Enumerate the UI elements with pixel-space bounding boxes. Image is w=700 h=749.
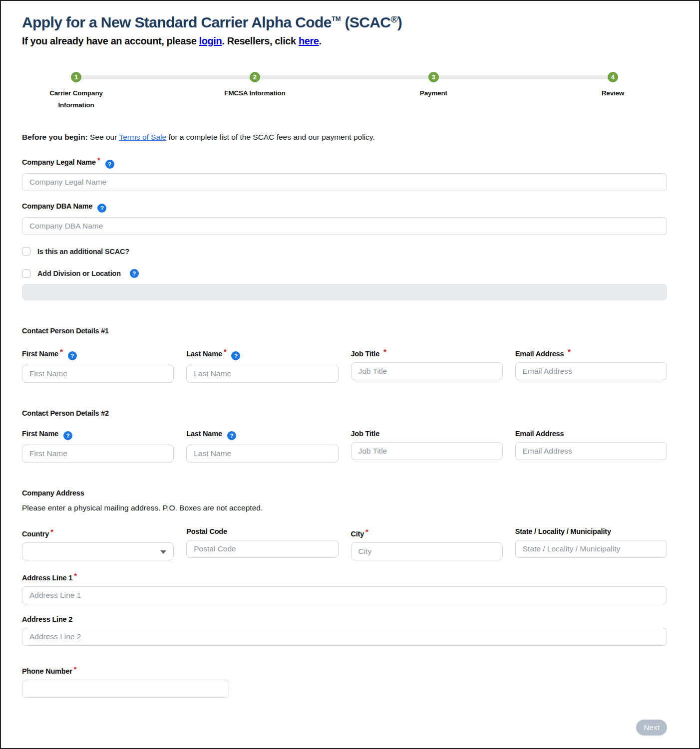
country-select[interactable] xyxy=(22,542,174,560)
required-asterisk: * xyxy=(568,347,571,356)
contact2-email-field: Email Address xyxy=(515,430,667,463)
add-division-label: Add Division or Location xyxy=(37,269,121,277)
contact-person-2-heading: Contact Person Details #2 xyxy=(22,409,667,417)
contact1-email-field: Email Address* xyxy=(515,347,667,383)
contact2-email-input[interactable] xyxy=(515,442,667,460)
address-line-1-field: Address Line 1* xyxy=(22,571,667,604)
company-address-note: Please enter a physical mailing address.… xyxy=(22,503,667,512)
registered-symbol: ® xyxy=(390,14,397,24)
form-actions: Next xyxy=(22,720,667,736)
company-legal-name-field: Company Legal Name*? xyxy=(22,156,667,191)
additional-scac-row: Is this an additional SCAC? xyxy=(22,247,667,255)
step-review: 4 Review xyxy=(578,72,648,99)
contact2-job-title-input[interactable] xyxy=(351,442,503,460)
contact-person-2-row: First Name? Last Name? Job Title Email A… xyxy=(22,430,667,463)
contact2-last-name-field: Last Name? xyxy=(186,430,338,463)
help-icon[interactable]: ? xyxy=(130,269,139,278)
step-3-circle: 3 xyxy=(428,72,439,82)
contact1-job-title-field: Job Title* xyxy=(351,347,503,383)
help-icon[interactable]: ? xyxy=(97,204,106,213)
help-icon[interactable]: ? xyxy=(105,160,114,169)
step-fmcsa-information: 2 FMCSA Information xyxy=(220,72,290,99)
step-1-label: Carrier Company Information xyxy=(41,87,111,112)
terms-of-sale-link[interactable]: Terms of Sale xyxy=(119,133,166,141)
required-asterisk: * xyxy=(60,347,63,356)
help-icon[interactable]: ? xyxy=(68,351,77,360)
division-name-input xyxy=(22,284,667,300)
progress-stepper: 1 Carrier Company Information 2 FMCSA In… xyxy=(22,72,667,111)
contact1-first-name-field: First Name*? xyxy=(22,347,174,383)
company-dba-name-input[interactable] xyxy=(22,217,667,235)
step-payment: 3 Payment xyxy=(398,72,468,99)
division-input-wrap xyxy=(22,284,667,300)
contact1-job-title-input[interactable] xyxy=(351,362,503,380)
required-asterisk: * xyxy=(224,347,227,356)
here-link[interactable]: here xyxy=(299,35,319,46)
company-dba-name-field: Company DBA Name? xyxy=(22,202,667,235)
additional-scac-label: Is this an additional SCAC? xyxy=(37,248,129,255)
contact1-first-name-input[interactable] xyxy=(22,365,174,383)
city-input[interactable] xyxy=(351,542,503,560)
step-4-label: Review xyxy=(578,87,648,99)
contact1-email-input[interactable] xyxy=(515,362,667,380)
contact2-first-name-input[interactable] xyxy=(22,445,174,463)
before-you-begin-notice: Before you begin: See our Terms of Sale … xyxy=(22,133,667,142)
add-division-row: Add Division or Location ? xyxy=(22,269,667,278)
address-line-2-input[interactable] xyxy=(22,628,667,646)
required-asterisk: * xyxy=(74,571,77,580)
step-1-circle: 1 xyxy=(71,72,81,82)
page-subtitle: If you already have an account, please l… xyxy=(22,35,667,47)
company-legal-name-input[interactable] xyxy=(22,173,667,191)
postal-code-field: Postal Code xyxy=(186,527,338,560)
scac-application-page: Apply for a New Standard Carrier Alpha C… xyxy=(0,0,700,749)
city-field: City* xyxy=(351,527,503,560)
address-row-1: Country* Postal Code City* State / Local… xyxy=(22,527,667,560)
login-link[interactable]: login xyxy=(199,35,222,46)
step-4-circle: 4 xyxy=(608,72,618,82)
phone-number-input[interactable] xyxy=(22,680,229,698)
step-carrier-company-information: 1 Carrier Company Information xyxy=(41,72,111,112)
trademark-symbol: TM xyxy=(332,15,341,22)
help-icon[interactable]: ? xyxy=(63,431,72,440)
help-icon[interactable]: ? xyxy=(231,351,240,360)
add-division-checkbox[interactable] xyxy=(22,269,30,278)
address-line-1-input[interactable] xyxy=(22,586,667,604)
step-2-label: FMCSA Information xyxy=(220,87,290,99)
company-legal-name-label: Company Legal Name*? xyxy=(22,156,667,169)
contact1-last-name-field: Last Name*? xyxy=(186,347,338,383)
contact-person-1-row: First Name*? Last Name*? Job Title* Emai… xyxy=(22,347,667,383)
required-asterisk: * xyxy=(383,347,386,356)
country-field: Country* xyxy=(22,527,174,560)
contact1-last-name-input[interactable] xyxy=(186,365,338,383)
contact-person-1-heading: Contact Person Details #1 xyxy=(22,327,667,335)
state-locality-input[interactable] xyxy=(515,540,667,558)
page-title: Apply for a New Standard Carrier Alpha C… xyxy=(22,14,667,31)
phone-number-field: Phone Number* xyxy=(22,665,667,698)
state-locality-field: State / Locality / Municipality xyxy=(515,527,667,560)
company-dba-name-label: Company DBA Name? xyxy=(22,202,667,213)
additional-scac-checkbox[interactable] xyxy=(22,247,30,255)
address-line-2-field: Address Line 2 xyxy=(22,615,667,646)
company-address-heading: Company Address xyxy=(22,489,667,497)
stepper-track xyxy=(76,75,613,79)
step-2-circle: 2 xyxy=(250,72,260,82)
next-button[interactable]: Next xyxy=(636,720,667,736)
required-asterisk: * xyxy=(365,527,368,536)
required-asterisk: * xyxy=(50,527,53,536)
step-3-label: Payment xyxy=(398,87,468,99)
help-icon[interactable]: ? xyxy=(227,431,236,440)
contact2-last-name-input[interactable] xyxy=(186,445,338,463)
required-asterisk: * xyxy=(74,665,77,673)
contact2-job-title-field: Job Title xyxy=(351,430,503,463)
postal-code-input[interactable] xyxy=(186,540,338,558)
contact2-first-name-field: First Name? xyxy=(22,430,174,463)
required-asterisk: * xyxy=(97,156,100,164)
